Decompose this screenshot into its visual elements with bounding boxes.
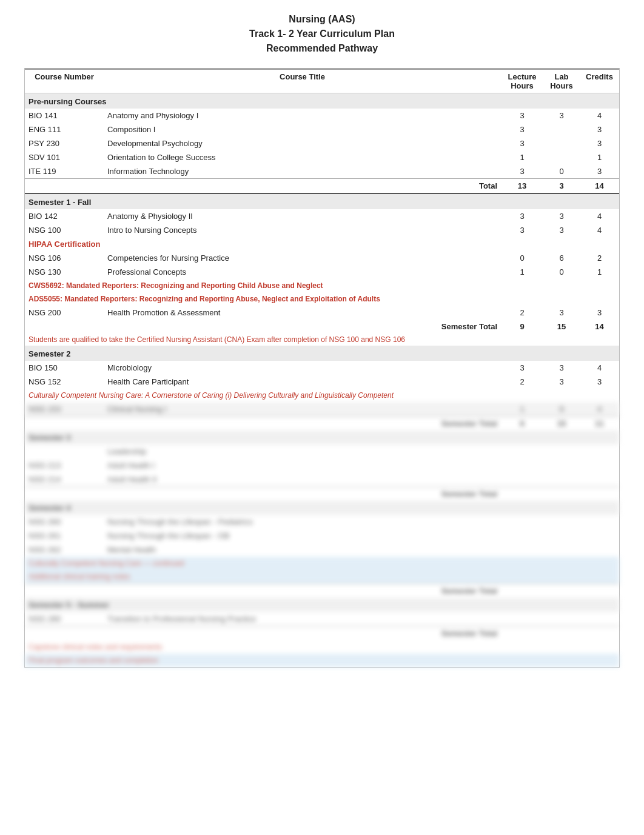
semester1-total-row: Semester Total 9 15 14 [25, 320, 619, 334]
lab-hours [543, 136, 580, 150]
semester-total-label: Semester Total [104, 320, 501, 334]
credits: 3 [580, 122, 619, 136]
lecture-hours: 2 [501, 306, 543, 320]
lab-hours: 3 [543, 375, 580, 389]
semester1-total-lecture: 9 [501, 320, 543, 334]
col-header-lab: Lab Hours [543, 69, 580, 93]
page-header: Nursing (AAS) Track 1- 2 Year Curriculum… [24, 12, 620, 56]
credits: 2 [580, 251, 619, 265]
credits: 4 [580, 109, 619, 122]
info-note-row: Culturally Competent Nursing Care: A Cor… [25, 389, 619, 402]
section-pre-nursing-label: Pre-nursing Courses [25, 93, 619, 109]
course-title: Developmental Psychology [104, 136, 501, 150]
total-lab: 3 [543, 179, 580, 194]
lab-hours: 3 [543, 223, 580, 237]
course-number: BIO 150 [25, 361, 104, 375]
total-label-empty [25, 179, 104, 194]
section-semester1-label: Semester 1 - Fall [25, 193, 619, 209]
section-semester2-label: Semester 2 [25, 346, 619, 361]
title-line3: Recommended Pathway [266, 43, 378, 53]
course-number: PSY 230 [25, 136, 104, 150]
lecture-hours: 3 [501, 209, 543, 223]
lab-hours: 3 [543, 306, 580, 320]
highlight-text: ADS5055: Mandated Reporters: Recognizing… [25, 292, 619, 306]
section-pre-nursing-header: Pre-nursing Courses [25, 93, 619, 109]
blurred-section-2: Semester 3 Leadership NSG 213 Adult Heal… [25, 431, 619, 501]
credits: 3 [580, 375, 619, 389]
table-row: NSG 152 Health Care Participant 2 3 3 [25, 375, 619, 389]
lab-hours: 6 [543, 251, 580, 265]
lecture-hours: 1 [501, 265, 543, 279]
course-number: NSG 130 [25, 265, 104, 279]
blurred-section-4: Semester 5 - Summer NSG 280 Transition t… [25, 598, 619, 667]
course-number: SDV 101 [25, 150, 104, 164]
qual-note-row: Students are qualified to take the Certi… [25, 334, 619, 346]
blurred-section-1: NSG 153 Clinical Nursing I 1 9 4 Semeste… [25, 402, 619, 431]
lecture-hours: 3 [501, 136, 543, 150]
course-title: Health Care Participant [104, 375, 501, 389]
course-number: NSG 106 [25, 251, 104, 265]
lab-hours [543, 122, 580, 136]
table-row: NSG 100 Intro to Nursing Concepts 3 3 4 [25, 223, 619, 237]
lecture-hours: 3 [501, 361, 543, 375]
lecture-hours: 0 [501, 251, 543, 265]
course-title: Intro to Nursing Concepts [104, 223, 501, 237]
course-number: BIO 142 [25, 209, 104, 223]
lab-hours: 0 [543, 265, 580, 279]
total-lecture: 13 [501, 179, 543, 194]
table-row: SDV 101 Orientation to College Success 1… [25, 150, 619, 164]
table-row: BIO 150 Microbiology 3 3 4 [25, 361, 619, 375]
col-header-credits: Credits [580, 69, 619, 93]
course-title: Health Promotion & Assessment [104, 306, 501, 320]
table-header-row: Course Number Course Title Lecture Hours… [25, 69, 619, 93]
table-row: NSG 106 Competencies for Nursing Practic… [25, 251, 619, 265]
course-number: NSG 152 [25, 375, 104, 389]
col-header-lecture: Lecture Hours [501, 69, 543, 93]
lab-hours [543, 150, 580, 164]
course-number: ITE 119 [25, 164, 104, 179]
highlight-ads5055: ADS5055: Mandated Reporters: Recognizing… [25, 292, 619, 306]
table-row: PSY 230 Developmental Psychology 3 3 [25, 136, 619, 150]
section-semester1-header: Semester 1 - Fall [25, 193, 619, 209]
section-semester2-header: Semester 2 [25, 346, 619, 361]
course-title: Competencies for Nursing Practice [104, 251, 501, 265]
col-header-title: Course Title [104, 69, 501, 93]
table-row: NSG 130 Professional Concepts 1 0 1 [25, 265, 619, 279]
course-title: Information Technology [104, 164, 501, 179]
credits: 4 [580, 361, 619, 375]
blurred-section-3: Semester 4 NSG 260 Nursing Through the L… [25, 501, 619, 598]
table-row: ENG 111 Composition I 3 3 [25, 122, 619, 136]
course-title: Composition I [104, 122, 501, 136]
course-number: ENG 111 [25, 122, 104, 136]
credits: 3 [580, 164, 619, 179]
subsection-hipaa-header: HIPAA Certification [25, 237, 619, 251]
lab-hours: 3 [543, 361, 580, 375]
course-number: NSG 200 [25, 306, 104, 320]
lecture-hours: 3 [501, 164, 543, 179]
table-row: BIO 142 Anatomy & Physiology II 3 3 4 [25, 209, 619, 223]
total-empty [25, 320, 104, 334]
lecture-hours: 2 [501, 375, 543, 389]
total-label: Total [104, 179, 501, 194]
table-row: ITE 119 Information Technology 3 0 3 [25, 164, 619, 179]
course-title: Anatomy & Physiology II [104, 209, 501, 223]
title-line2: Track 1- 2 Year Curriculum Plan [249, 29, 395, 39]
total-credits: 14 [580, 179, 619, 194]
highlight-cws5692: CWS5692: Mandated Reporters: Recognizing… [25, 279, 619, 292]
course-number: NSG 100 [25, 223, 104, 237]
curriculum-table-container: Course Number Course Title Lecture Hours… [24, 68, 620, 668]
info-note-text: Culturally Competent Nursing Care: A Cor… [25, 389, 619, 402]
table-row: BIO 141 Anatomy and Physiology I 3 3 4 [25, 109, 619, 122]
title-line1: Nursing (AAS) [289, 14, 355, 24]
semester1-total-lab: 15 [543, 320, 580, 334]
credits: 1 [580, 150, 619, 164]
subsection-hipaa-label: HIPAA Certification [25, 237, 619, 251]
qual-note-text: Students are qualified to take the Certi… [25, 334, 619, 346]
course-title: Professional Concepts [104, 265, 501, 279]
col-header-course: Course Number [25, 69, 104, 93]
course-title: Orientation to College Success [104, 150, 501, 164]
credits: 4 [580, 209, 619, 223]
lab-hours: 3 [543, 209, 580, 223]
credits: 3 [580, 306, 619, 320]
pre-nursing-total-row: Total 13 3 14 [25, 179, 619, 194]
